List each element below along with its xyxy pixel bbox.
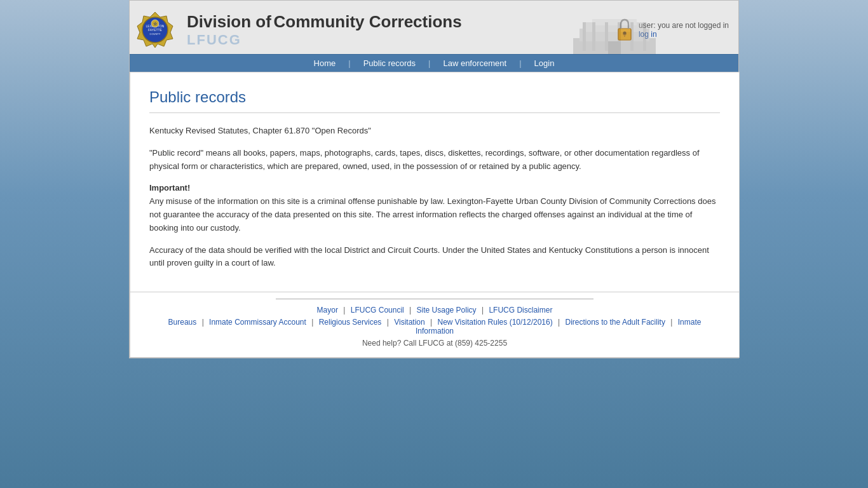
footer-disclaimer[interactable]: LFUCG Disclaimer: [489, 306, 552, 315]
footer: Mayor | LFUCG Council | Site Usage Polic…: [130, 292, 740, 358]
svg-text:FAYETTE: FAYETTE: [148, 28, 163, 32]
nav-public-records[interactable]: Public records: [351, 55, 428, 72]
footer-lfucg-council[interactable]: LFUCG Council: [351, 306, 404, 315]
svg-rect-17: [608, 41, 621, 54]
svg-text:COUNTY: COUNTY: [150, 32, 161, 36]
svg-rect-10: [592, 19, 637, 25]
footer-site-usage[interactable]: Site Usage Policy: [417, 306, 477, 315]
main-content: Public records Kentucky Revised Statutes…: [130, 72, 740, 292]
nav-home[interactable]: Home: [301, 55, 349, 72]
paragraph-definition: "Public record" means all books, papers,…: [149, 147, 720, 173]
nav-law-enforcement[interactable]: Law enforcement: [430, 55, 519, 72]
title-divider: [149, 112, 720, 113]
paragraph-ky-statutes: Kentucky Revised Statutes, Chapter 61.87…: [149, 125, 720, 138]
footer-commissary[interactable]: Inmate Commissary Account: [209, 318, 306, 327]
svg-rect-15: [630, 22, 634, 51]
svg-rect-16: [643, 22, 646, 51]
paragraph-important: Important! Any misuse of the information…: [149, 182, 720, 234]
division-text: Division of Community Corrections: [187, 12, 462, 32]
svg-rect-12: [592, 22, 595, 51]
lfucg-text: LFUCG: [187, 32, 462, 48]
footer-help: Need help? Call LFUCG at (859) 425-2255: [149, 339, 720, 348]
footer-mayor[interactable]: Mayor: [317, 306, 338, 315]
logo-area: LEXINGTON FAYETTE COUNTY ☆: [130, 6, 187, 54]
important-label: Important!: [149, 183, 190, 193]
footer-row-2: Bureaus | Inmate Commissary Account | Re…: [149, 318, 720, 336]
nav-bar: Home | Public records | Law enforcement …: [130, 54, 738, 72]
svg-rect-13: [605, 22, 608, 51]
footer-directions[interactable]: Directions to the Adult Facility: [566, 318, 665, 327]
svg-text:☆: ☆: [153, 22, 158, 26]
footer-bureaus[interactable]: Bureaus: [168, 318, 197, 327]
nav-login[interactable]: Login: [522, 55, 567, 72]
division-name: Community Corrections: [274, 12, 462, 31]
footer-religious[interactable]: Religious Services: [319, 318, 382, 327]
site-title: Division of Community Corrections LFUCG: [187, 12, 462, 48]
svg-rect-11: [583, 22, 586, 51]
footer-divider: [276, 299, 593, 299]
footer-row-1: Mayor | LFUCG Council | Site Usage Polic…: [149, 306, 720, 315]
building-image: [573, 19, 656, 54]
badge-icon: LEXINGTON FAYETTE COUNTY ☆: [136, 11, 174, 49]
paragraph-misuse: Any misuse of the information on this si…: [149, 196, 715, 233]
page-title: Public records: [149, 88, 720, 106]
division-prefix: Division of: [187, 12, 271, 31]
footer-new-visitation[interactable]: New Visitation Rules (10/12/2016): [437, 318, 552, 327]
footer-visitation[interactable]: Visitation: [394, 318, 424, 327]
paragraph-accuracy: Accuracy of the data should be verified …: [149, 244, 720, 271]
